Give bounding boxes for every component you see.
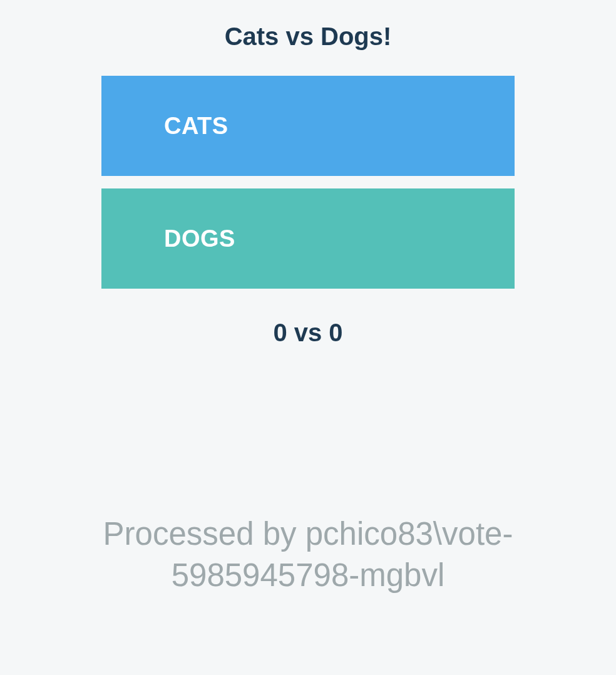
main-container: Cats vs Dogs! CATS DOGS 0 vs 0	[0, 0, 616, 347]
footer-processed-by: Processed by pchico83\vote-5985945798-mg…	[0, 513, 616, 597]
vote-dogs-button[interactable]: DOGS	[101, 188, 515, 289]
page-title: Cats vs Dogs!	[225, 23, 392, 51]
vote-cats-button[interactable]: CATS	[101, 76, 515, 176]
vote-dogs-label: DOGS	[164, 225, 235, 252]
vote-buttons-area: CATS DOGS	[101, 76, 515, 289]
score-text: 0 vs 0	[273, 319, 342, 347]
vote-cats-label: CATS	[164, 113, 228, 140]
